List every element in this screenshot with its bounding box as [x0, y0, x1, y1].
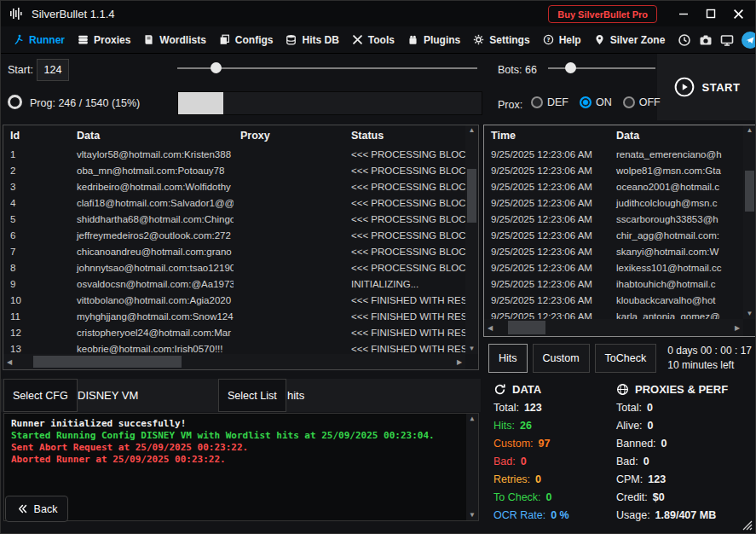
proxy-radio-def[interactable]: DEF — [531, 96, 568, 108]
hits-table-row[interactable]: 9/25/2025 12:23:06 AM wolpe81@msn.com:Gt… — [484, 162, 744, 178]
scroll-track[interactable] — [465, 136, 478, 344]
runner-table-row[interactable]: 9 osvaldocsn@hotmail.com:@Aa1973 INITIAL… — [3, 276, 465, 292]
menu-item-plugins[interactable]: Plugins — [407, 34, 460, 46]
runner-table-row[interactable]: 5 shiddhartha68@hotmail.com:Chingo <<< P… — [3, 211, 465, 227]
column-header-id[interactable]: Id — [3, 130, 70, 142]
hits-table-row[interactable]: 9/25/2025 12:23:06 AM chir_agg@hotmail.c… — [484, 227, 744, 243]
scroll-thumb[interactable] — [508, 321, 545, 334]
scroll-right-icon[interactable]: ▶ — [453, 358, 465, 366]
scroll-track[interactable] — [496, 319, 731, 336]
cell-data: chir_agg@hotmail.com: — [609, 230, 744, 241]
menu-item-runner[interactable]: Runner — [13, 34, 65, 46]
runner-table-hscrollbar[interactable]: ◀ ▶ — [3, 354, 465, 369]
runner-table-row[interactable]: 11 myhghjjang@hotmail.com:Snow124 <<< FI… — [3, 308, 465, 324]
maximize-icon — [706, 9, 716, 19]
select-cfg-button[interactable]: Select CFG — [3, 379, 78, 412]
runner-table-row[interactable]: 12 cristopheryoel24@hotmail.com:Mar <<< … — [3, 324, 465, 340]
scroll-track[interactable] — [743, 136, 756, 309]
cell-id: 8 — [3, 263, 70, 273]
tab-custom[interactable]: Custom — [533, 344, 590, 373]
scroll-up-icon[interactable]: ▲ — [743, 125, 756, 136]
telegram-button[interactable] — [742, 32, 756, 49]
close-button[interactable] — [724, 1, 752, 26]
menu-item-settings[interactable]: Settings — [473, 34, 529, 46]
column-header-status[interactable]: Status — [344, 130, 465, 142]
menu-item-wordlists[interactable]: Wordlists — [143, 34, 205, 46]
minimize-button[interactable] — [670, 1, 697, 26]
column-header-data[interactable]: Data — [70, 130, 234, 142]
bots-slider[interactable] — [548, 62, 655, 74]
cell-time: 9/25/2025 12:23:06 AM — [484, 311, 609, 320]
resize-grip-icon[interactable] — [741, 519, 753, 531]
scroll-thumb[interactable] — [745, 171, 754, 212]
runner-table-row[interactable]: 2 oba_mn@hotmail.com:Potoauy78 <<< PROCE… — [3, 162, 465, 178]
hits-table-row[interactable]: 9/25/2025 12:23:06 AM kloubackcarvalho@h… — [484, 292, 744, 308]
runner-table-row[interactable]: 3 kedribeiro@hotmail.com:Wolfidothy <<< … — [3, 178, 465, 194]
hits-table-row[interactable]: 9/25/2025 12:23:06 AM judithcolclough@ms… — [484, 194, 744, 211]
runner-table-row[interactable]: 8 johnnytsao@hotmail.com:tsao12190 <<< P… — [3, 259, 465, 276]
hits-table-row[interactable]: 9/25/2025 12:23:06 AM sscarborough33853@… — [484, 211, 744, 227]
scroll-down-icon[interactable]: ▼ — [465, 344, 478, 354]
runner-table-row[interactable]: 7 chicanoandreu@hotmail.com:grano <<< PR… — [3, 243, 465, 259]
menu-item-configs[interactable]: Configs — [219, 34, 274, 46]
runner-table-row[interactable]: 13 keobrie@hotmail.com:Irish0570!!! <<< … — [3, 340, 465, 354]
scroll-right-icon[interactable]: ▶ — [731, 324, 743, 332]
log-vscrollbar[interactable]: ▲ ▼ — [466, 414, 478, 520]
runner-table-row[interactable]: 6 jeffreymedeiros2@outlook.com:272 <<< P… — [3, 227, 465, 243]
scroll-up-icon[interactable]: ▲ — [465, 125, 478, 136]
scroll-down-icon[interactable]: ▼ — [743, 309, 756, 319]
runner-table-row[interactable]: 10 vittobolano@hotmail.com:Agia2020 <<< … — [3, 292, 465, 308]
select-list-button[interactable]: Select List — [218, 379, 286, 412]
bots-slider-track[interactable] — [548, 67, 655, 69]
screen-capture-button[interactable] — [720, 33, 734, 47]
menu-item-help[interactable]: ? Help — [543, 34, 581, 46]
start-slider[interactable] — [177, 62, 477, 74]
tab-hits[interactable]: Hits — [488, 344, 528, 373]
settings-icon — [473, 34, 484, 45]
bots-slider-thumb[interactable] — [565, 62, 576, 73]
hits-table-row[interactable]: 9/25/2025 12:23:06 AM skanyi@hotmail.com… — [484, 243, 744, 259]
column-header-proxy[interactable]: Proxy — [234, 130, 344, 142]
scroll-down-icon[interactable]: ▼ — [466, 510, 478, 520]
runner-table-row[interactable]: 4 clafi18@hotmail.com:Salvador1@@ <<< PR… — [3, 194, 465, 211]
column-header-data[interactable]: Data — [609, 130, 744, 142]
scroll-up-icon[interactable]: ▲ — [466, 414, 478, 424]
back-button[interactable]: Back — [5, 496, 68, 522]
scroll-left-icon[interactable]: ◀ — [484, 324, 496, 332]
cell-data: kedribeiro@hotmail.com:Wolfidothy — [70, 182, 234, 192]
hits-table-row[interactable]: 9/25/2025 12:23:06 AM oceano2001@hotmail… — [484, 178, 744, 194]
scroll-thumb[interactable] — [467, 169, 476, 223]
menu-item-tools[interactable]: Tools — [352, 34, 395, 46]
camera-button[interactable] — [699, 33, 713, 47]
menu-item-silver-zone[interactable]: Silver Zone — [594, 34, 666, 46]
proxy-radio-on[interactable]: ON — [580, 96, 612, 108]
tab-tocheck[interactable]: ToCheck — [595, 344, 657, 373]
hits-table-hscrollbar[interactable]: ◀ ▶ — [484, 319, 743, 336]
hits-table-row[interactable]: 9/25/2025 12:23:06 AM ihabtouhich@hotmai… — [484, 276, 744, 292]
proxy-radio-off[interactable]: OFF — [623, 96, 661, 108]
scroll-thumb[interactable] — [33, 356, 182, 368]
cell-id: 2 — [3, 165, 70, 176]
stat-row: Alive:0 — [616, 420, 728, 432]
hits-table-row[interactable]: 9/25/2025 12:23:06 AM renata_emerenciano… — [484, 146, 744, 162]
start-button[interactable]: START — [657, 54, 756, 120]
hits-table-row[interactable]: 9/25/2025 12:23:06 AM karla_antonia_gome… — [484, 308, 744, 319]
runner-table-vscrollbar[interactable]: ▲ ▼ — [465, 125, 478, 354]
menu-item-proxies[interactable]: Proxies — [78, 34, 130, 46]
start-slider-track[interactable] — [177, 67, 477, 69]
runner-table-row[interactable]: 1 vltaylor58@hotmail.com:Kristen388 <<< … — [3, 146, 465, 162]
scroll-left-icon[interactable]: ◀ — [3, 358, 15, 366]
column-header-time[interactable]: Time — [484, 130, 609, 142]
app-title: SilverBullet 1.1.4 — [32, 8, 115, 20]
history-button[interactable] — [678, 33, 691, 47]
scroll-track[interactable] — [15, 354, 453, 369]
hits-table-vscrollbar[interactable]: ▲ ▼ — [743, 125, 756, 319]
scroll-track[interactable] — [466, 424, 478, 510]
buy-pro-button[interactable]: Buy SilverBullet Pro — [548, 5, 657, 23]
maximize-button[interactable] — [697, 1, 724, 26]
start-slider-thumb[interactable] — [211, 62, 222, 73]
start-input[interactable] — [37, 59, 69, 81]
progress-text: Prog: 246 / 1540 (15%) — [30, 97, 140, 109]
menu-item-hits-db[interactable]: Hits DB — [286, 34, 338, 46]
hits-table-row[interactable]: 9/25/2025 12:23:06 AM lexikess101@hotmai… — [484, 259, 744, 276]
